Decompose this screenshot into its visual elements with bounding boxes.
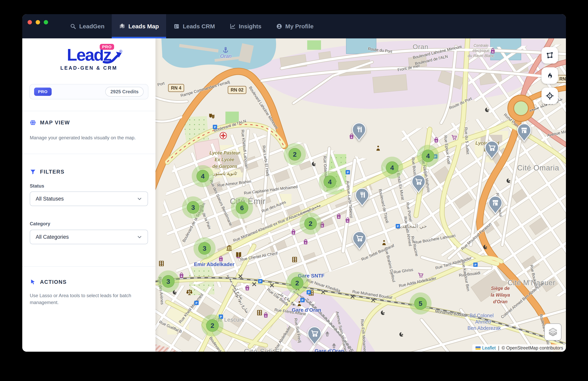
map-pin-icon: [119, 23, 125, 30]
parking-icon: P: [346, 170, 350, 175]
map-label: Siège de: [491, 286, 510, 291]
parking-icon: P: [300, 298, 305, 303]
actions-description: Use Lasso or Area tools to select leads …: [30, 292, 136, 306]
shopping-bag-icon: &: [244, 285, 251, 292]
map-label: Bd Colonel: [470, 313, 494, 318]
lead-cluster-marker[interactable]: 4: [381, 157, 403, 179]
lead-cluster-marker[interactable]: 5: [409, 292, 432, 314]
layers-control[interactable]: [544, 323, 562, 341]
locate-tool[interactable]: [542, 88, 558, 104]
status-value: All Statuses: [36, 196, 64, 202]
scales-icon: [186, 288, 193, 297]
tab-label: My Profile: [285, 23, 314, 30]
leads-map[interactable]: OranPortRoute du PortOranBoulevard Lahcè…: [155, 38, 566, 352]
lead-cluster-marker[interactable]: 2: [286, 272, 308, 294]
filters-title: FILTERS: [40, 169, 65, 175]
svg-text:&: &: [338, 216, 339, 219]
parking-icon: P: [213, 125, 217, 130]
chart-icon: [230, 23, 236, 30]
lead-pin-cart[interactable]: [411, 174, 426, 193]
tab-leadgen[interactable]: LeadGen: [63, 14, 112, 38]
tab-label: Leads Map: [128, 23, 159, 30]
pylon-icon: [331, 342, 337, 349]
ukraine-flag-icon: [476, 346, 481, 350]
nav-tabs: LeadGenLeads MapLeads CRMInsightsMy Prof…: [63, 14, 321, 38]
tab-my-profile[interactable]: My Profile: [269, 14, 321, 38]
status-label: Status: [30, 183, 44, 189]
lead-cluster-marker[interactable]: 2: [284, 143, 306, 165]
maximize-window-button[interactable]: [44, 20, 48, 24]
parking-icon: P: [396, 224, 400, 229]
divider: [22, 111, 155, 111]
lead-pin-cart[interactable]: [307, 326, 322, 345]
lead-pin-cart[interactable]: [352, 231, 367, 250]
map-label: Cité M'Naouer: [508, 279, 555, 287]
lead-cluster-marker[interactable]: 3: [193, 237, 216, 259]
chevron-down-icon: [137, 234, 142, 240]
road-ref-badge: RN 4: [168, 84, 184, 92]
lead-cluster-marker[interactable]: 3: [157, 270, 179, 292]
svg-text:P: P: [475, 263, 477, 267]
map-view-description: Manage your generated leads visually on …: [30, 134, 144, 141]
parking-icon: P: [194, 301, 199, 306]
tab-insights[interactable]: Insights: [222, 14, 269, 38]
lead-pin-shop[interactable]: [488, 196, 503, 214]
tab-label: Leads CRM: [183, 23, 215, 30]
svg-text:P: P: [195, 302, 197, 305]
minimize-window-button[interactable]: [36, 20, 40, 24]
lasso-select-tool[interactable]: [542, 47, 558, 64]
map-label: Cité Omaria: [517, 164, 559, 172]
map-label: Emir Abdelkader: [194, 261, 234, 267]
svg-text:P: P: [259, 280, 261, 283]
lead-cluster-marker[interactable]: 4: [192, 165, 214, 187]
tab-leads-map[interactable]: Leads Map: [112, 14, 166, 38]
shopping-cart-icon: [451, 134, 458, 142]
lead-cluster-marker[interactable]: 4: [319, 171, 341, 193]
logo-arrow-icon: [102, 50, 124, 66]
chevron-down-icon: [137, 196, 142, 201]
map-attribution: Leaflet | © OpenStreetMap contributors: [472, 344, 566, 352]
lead-pin-restaurant[interactable]: [352, 122, 366, 141]
lead-cluster-marker[interactable]: 4: [417, 145, 439, 167]
mosque-icon: [379, 309, 386, 317]
svg-text:P: P: [397, 225, 399, 228]
category-select[interactable]: All Categories: [30, 230, 148, 244]
tab-leads-crm[interactable]: Leads CRM: [166, 14, 222, 38]
heatmap-tool[interactable]: [542, 67, 558, 84]
mosque-icon: [482, 244, 488, 251]
contact-card-icon: [173, 23, 180, 30]
close-window-button[interactable]: [28, 20, 32, 24]
map-label: Cité Sidi El: [244, 347, 282, 352]
credits-badge[interactable]: 2925 Credits: [105, 87, 144, 97]
svg-text:&: &: [293, 231, 294, 234]
lead-pin-shop[interactable]: [517, 123, 531, 142]
globe-icon: [30, 119, 36, 126]
navbar: LeadGenLeads MapLeads CRMInsightsMy Prof…: [22, 14, 566, 38]
lead-cluster-marker[interactable]: 3: [182, 196, 204, 218]
road-ref-badge: RN 02: [228, 86, 246, 94]
lead-cluster-marker[interactable]: 2: [201, 314, 223, 337]
svg-text:P: P: [308, 291, 310, 294]
leaflet-link[interactable]: Leaflet: [482, 345, 496, 351]
shopping-bag-icon: &: [433, 136, 440, 144]
status-select[interactable]: All Statuses: [30, 191, 148, 206]
map-view-title: MAP VIEW: [40, 120, 70, 126]
mosque-icon: [483, 106, 490, 114]
lead-cluster-marker[interactable]: 6: [231, 197, 253, 219]
shopping-bag-icon: &: [262, 312, 269, 319]
svg-text:&: &: [246, 287, 248, 290]
lead-cluster-marker[interactable]: 2: [299, 212, 322, 235]
filters-section-header: FILTERS: [30, 169, 65, 175]
sidebar: Leadz PRO ® LEAD-GEN & CRM PRO 2925 Cred…: [22, 38, 155, 352]
map-label: Gare d'Oran: [315, 348, 344, 352]
lead-pin-cart[interactable]: [485, 140, 499, 159]
shopping-cart-icon: [417, 272, 424, 279]
hospital-icon: [219, 132, 227, 140]
lead-pin-restaurant[interactable]: [355, 188, 369, 207]
svg-text:&: &: [347, 220, 348, 223]
book-icon: [235, 251, 242, 259]
svg-text:&: &: [321, 224, 323, 227]
osm-attribution: © OpenStreetMap contributors: [502, 345, 563, 351]
parking-icon: P: [258, 279, 262, 284]
brand-tagline: LEAD-GEN & CRM: [22, 65, 155, 71]
